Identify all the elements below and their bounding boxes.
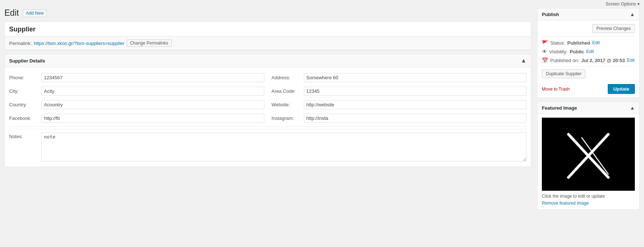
website-input[interactable] [304, 100, 527, 109]
status-value: Published [567, 40, 590, 46]
metabox-header: Supplier Details ▲ [5, 54, 531, 67]
metabox-body: Phone: City: Country: Facebook: [5, 67, 531, 167]
publish-title: Publish [542, 12, 559, 17]
preview-changes-button[interactable]: Preview Changes [592, 24, 635, 33]
supplier-details-metabox: Supplier Details ▲ Phone: City: [4, 54, 531, 167]
featured-image-thumbnail[interactable] [542, 118, 635, 191]
featured-image-box: Featured Image ▲ Click the image to edit… [537, 102, 640, 210]
area-code-row: Area Code: [272, 84, 527, 98]
featured-image-toggle-button[interactable]: ▲ [630, 105, 635, 111]
publish-divider-1 [542, 37, 635, 37]
publish-box-header: Publish ▲ [537, 8, 639, 20]
published-on-row: 📅 Published on: Jul 2, 2017 @ 20:53 Edit [542, 57, 635, 63]
country-label: Country: [9, 102, 38, 107]
screen-options-button[interactable]: Screen Options ▾ [606, 1, 640, 7]
move-to-trash-link[interactable]: Move to Trash [542, 87, 570, 92]
update-button[interactable]: Update [608, 84, 635, 94]
remove-featured-image-link[interactable]: Remove featured image [542, 201, 589, 206]
published-label: Published on: [550, 58, 579, 63]
publish-divider-2 [542, 66, 635, 66]
instagram-input[interactable] [304, 114, 527, 123]
featured-image-header: Featured Image ▲ [537, 102, 639, 114]
notes-label: Notes: [9, 132, 38, 139]
featured-image-hint: Click the image to edit or update [542, 194, 635, 199]
metabox-title: Supplier Details [9, 58, 45, 64]
instagram-row: Instagram: [272, 111, 527, 125]
visibility-label: Visibility: [549, 49, 567, 54]
visibility-row: 👁 Visibility: Public Edit [542, 49, 635, 54]
phone-input[interactable] [41, 73, 264, 82]
form-grid: Phone: City: Country: Facebook: [9, 71, 526, 125]
featured-image-title: Featured Image [542, 105, 577, 111]
duplicate-supplier-button[interactable]: Duplicate Supplier [542, 69, 585, 78]
permalink-row: Permalink: https://tsm.xkon.gr/?tsm-supp… [5, 37, 531, 50]
permalink-label: Permalink: [9, 41, 31, 46]
status-row: 🚩 Status: Published Edit [542, 40, 635, 46]
country-row: Country: [9, 98, 264, 111]
country-input[interactable] [41, 100, 264, 109]
website-label: Website: [272, 102, 301, 107]
status-label: Status: [550, 40, 565, 46]
change-permalinks-button[interactable]: Change Permalinks [127, 39, 172, 47]
instagram-label: Instagram: [272, 115, 301, 121]
area-code-input[interactable] [304, 87, 527, 96]
publish-box-body: Preview Changes 🚩 Status: Published Edit… [537, 20, 639, 98]
city-input[interactable] [41, 87, 264, 96]
featured-image-svg [542, 118, 635, 191]
address-label: Address: [272, 75, 301, 80]
add-new-button[interactable]: Add New [23, 9, 47, 17]
area-code-label: Area Code: [272, 88, 301, 94]
published-value: Jul 2, 2017 @ 20:53 [581, 58, 625, 63]
page-heading: Edit [4, 8, 19, 18]
featured-image-body: Click the image to edit or update Remove… [537, 114, 639, 209]
address-row: Address: [272, 71, 527, 84]
calendar-icon: 📅 [542, 57, 548, 63]
visibility-edit-link[interactable]: Edit [586, 49, 594, 54]
post-title: Supplier [9, 26, 36, 33]
preview-changes-row: Preview Changes [542, 24, 635, 33]
city-row: City: [9, 84, 264, 98]
screen-options-label: Screen Options [606, 1, 636, 7]
form-divider [9, 126, 526, 127]
facebook-label: Facebook: [9, 115, 38, 121]
post-title-area: Supplier [5, 22, 531, 37]
publish-actions: Move to Trash Update [542, 82, 635, 94]
permalink-link[interactable]: https://tsm.xkon.gr/?tsm-suppliers=suppl… [34, 41, 124, 46]
status-edit-link[interactable]: Edit [592, 40, 600, 45]
visibility-value: Public [570, 49, 584, 54]
phone-label: Phone: [9, 75, 38, 80]
screen-options-chevron: ▾ [637, 1, 640, 7]
flag-icon: 🚩 [542, 40, 548, 46]
website-row: Website: [272, 98, 527, 111]
sidebar: Publish ▲ Preview Changes 🚩 Status: Publ… [537, 8, 640, 213]
phone-row: Phone: [9, 71, 264, 84]
metabox-toggle-button[interactable]: ▲ [521, 57, 526, 64]
notes-row: Notes: note [9, 129, 526, 163]
city-label: City: [9, 88, 38, 94]
post-box: Supplier Permalink: https://tsm.xkon.gr/… [4, 22, 531, 50]
eye-icon: 👁 [542, 49, 547, 54]
address-input[interactable] [304, 73, 527, 82]
facebook-row: Facebook: [9, 111, 264, 125]
publish-box: Publish ▲ Preview Changes 🚩 Status: Publ… [537, 8, 640, 98]
facebook-input[interactable] [41, 114, 264, 123]
published-edit-link[interactable]: Edit [627, 58, 635, 63]
notes-textarea[interactable]: note [41, 132, 526, 162]
publish-toggle-button[interactable]: ▲ [630, 11, 635, 17]
